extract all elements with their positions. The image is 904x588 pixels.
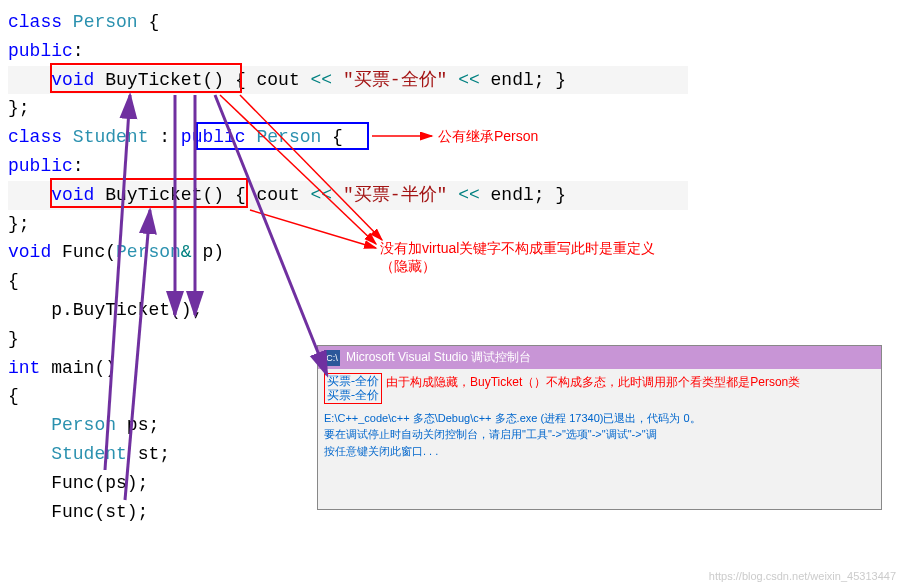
endl: endl — [491, 70, 534, 90]
operator-amp: & — [181, 242, 192, 262]
annotation-text: 公有继承Person — [438, 128, 538, 144]
var-decl: ps; — [116, 415, 159, 435]
brace: } — [8, 329, 19, 349]
var-decl: st; — [127, 444, 170, 464]
type-student: Student — [73, 127, 149, 147]
string-literal: "买票-全价" — [343, 70, 447, 90]
type-student: Student — [51, 444, 127, 464]
keyword-public: public — [8, 156, 73, 176]
console-exit-text: E:\C++_code\c++ 多态\Debug\c++ 多态.exe (进程 … — [324, 410, 875, 460]
brace: { — [138, 12, 160, 32]
keyword-class: class — [8, 127, 62, 147]
fn-call: Func(ps); — [8, 473, 148, 493]
colon: : — [73, 156, 84, 176]
type-person: Person — [73, 12, 138, 32]
watermark: https://blog.csdn.net/weixin_45313447 — [709, 570, 896, 582]
console-body: 买票-全价 买票-全价 由于构成隐藏，BuyTicket（）不构成多态，此时调用… — [318, 369, 881, 463]
operator: << — [447, 185, 490, 205]
highlight-box-inheritance — [196, 122, 369, 150]
fn-call: Func(st); — [8, 502, 148, 522]
keyword-class: class — [8, 12, 62, 32]
fn-call: p.BuyTicket(); — [8, 300, 202, 320]
close-brace: }; — [8, 98, 30, 118]
operator: << — [447, 70, 490, 90]
annotation-novirtual: 没有加virtual关键字不构成重写此时是重定义 （隐藏） — [380, 240, 655, 276]
endl: endl — [491, 185, 534, 205]
colon: : — [148, 127, 180, 147]
fn-name: Func( — [51, 242, 116, 262]
operator: << — [300, 70, 343, 90]
keyword-int: int — [8, 358, 40, 378]
console-output-box: 买票-全价 买票-全价 — [324, 373, 382, 404]
brace: { — [8, 386, 19, 406]
type-person: Person — [51, 415, 116, 435]
console-out-line1: 买票-全价 — [327, 374, 379, 388]
close-brace: }; — [8, 214, 30, 234]
brace: { — [8, 271, 19, 291]
console-icon: C:\ — [324, 350, 340, 366]
type-person: Person — [116, 242, 181, 262]
console-out-line2: 买票-全价 — [327, 388, 379, 402]
colon: : — [73, 41, 84, 61]
operator: << — [300, 185, 343, 205]
keyword-void: void — [8, 242, 51, 262]
console-window: C:\ Microsoft Visual Studio 调试控制台 买票-全价 … — [317, 345, 882, 510]
semi: ; } — [534, 185, 566, 205]
annotation-inherit: 公有继承Person — [438, 128, 538, 146]
param: p) — [192, 242, 224, 262]
main-fn: main() — [40, 358, 116, 378]
annotation-text-line2: （隐藏） — [380, 258, 655, 276]
highlight-box-person-fn — [50, 63, 242, 93]
annotation-text-line1: 没有加virtual关键字不构成重写此时是重定义 — [380, 240, 655, 258]
console-annotation: 由于构成隐藏，BuyTicket（）不构成多态，此时调用那个看类型都是Perso… — [386, 373, 875, 391]
keyword-public: public — [8, 41, 73, 61]
semi: ; } — [534, 70, 566, 90]
string-literal: "买票-半价" — [343, 185, 447, 205]
cout: cout — [256, 185, 299, 205]
console-titlebar: C:\ Microsoft Visual Studio 调试控制台 — [318, 346, 881, 369]
highlight-box-student-fn — [50, 178, 248, 208]
cout: cout — [256, 70, 299, 90]
console-title-text: Microsoft Visual Studio 调试控制台 — [346, 349, 531, 366]
